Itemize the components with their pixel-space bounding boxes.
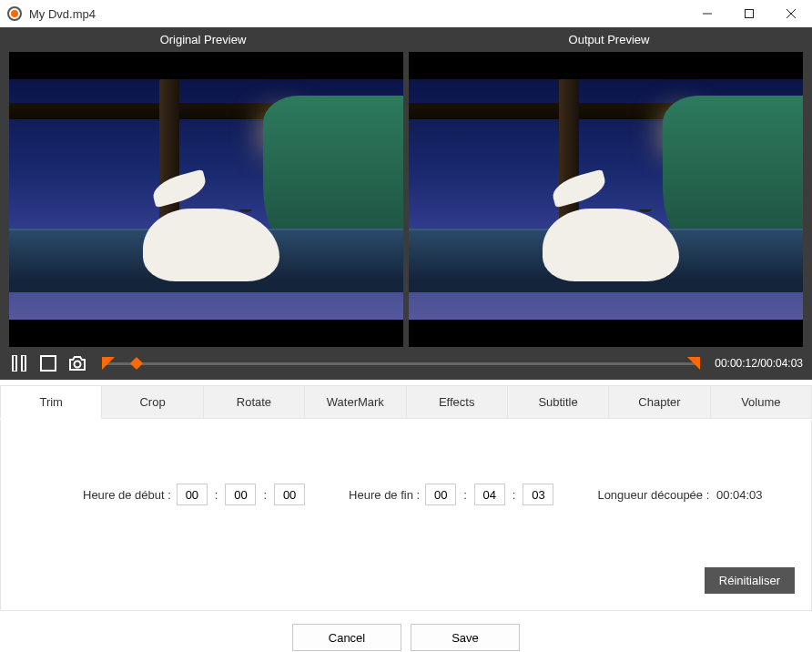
svg-rect-1 [746, 10, 754, 18]
preview-area: Original Preview Output Preview [0, 27, 812, 380]
svg-point-7 [75, 362, 81, 368]
tab-effects[interactable]: Effects [407, 385, 508, 419]
start-hh-input[interactable] [177, 484, 208, 505]
minimize-button[interactable] [686, 0, 728, 27]
footer: Cancel Save [0, 611, 812, 652]
trim-handle-start[interactable] [102, 357, 115, 370]
close-button[interactable] [770, 0, 812, 27]
tab-chapter[interactable]: Chapter [609, 385, 710, 419]
tab-trim[interactable]: Trim [0, 385, 102, 419]
playhead[interactable] [130, 356, 143, 369]
stop-icon[interactable] [38, 353, 58, 373]
end-ss-input[interactable] [523, 484, 553, 505]
start-mm-input[interactable] [225, 484, 256, 505]
trim-timeline[interactable] [102, 362, 700, 365]
original-preview-label: Original Preview [0, 33, 406, 46]
start-time-label: Heure de début : [83, 488, 171, 502]
timecode: 00:00:12/00:04:03 [715, 357, 803, 370]
trim-handle-end[interactable] [687, 357, 700, 370]
window-title: My Dvd.mp4 [29, 7, 96, 21]
tab-row: Trim Crop Rotate WaterMark Effects Subti… [0, 385, 812, 420]
end-time-label: Heure de fin : [349, 488, 420, 502]
trim-panel: Heure de début : : : Heure de fin : : : … [0, 420, 812, 611]
tab-crop[interactable]: Crop [102, 385, 203, 419]
maximize-button[interactable] [728, 0, 770, 27]
titlebar: My Dvd.mp4 [0, 0, 812, 27]
reset-button[interactable]: Réinitialiser [705, 567, 795, 594]
cut-length: Longueur découpée : 00:04:03 [597, 488, 762, 502]
svg-rect-4 [13, 355, 16, 372]
original-preview [9, 52, 403, 347]
start-ss-input[interactable] [274, 484, 305, 505]
svg-rect-5 [22, 355, 25, 372]
end-mm-input[interactable] [474, 484, 505, 505]
tab-volume[interactable]: Volume [711, 385, 812, 419]
pause-icon[interactable] [9, 353, 29, 373]
output-preview-label: Output Preview [406, 33, 812, 46]
tab-subtitle[interactable]: Subtitle [508, 385, 609, 419]
output-preview [409, 52, 803, 347]
svg-rect-6 [41, 356, 56, 371]
app-icon [7, 6, 22, 21]
camera-icon[interactable] [67, 353, 87, 373]
tab-rotate[interactable]: Rotate [204, 385, 305, 419]
save-button[interactable]: Save [411, 624, 520, 651]
end-hh-input[interactable] [425, 484, 456, 505]
tab-watermark[interactable]: WaterMark [305, 385, 406, 419]
cancel-button[interactable]: Cancel [292, 624, 401, 651]
